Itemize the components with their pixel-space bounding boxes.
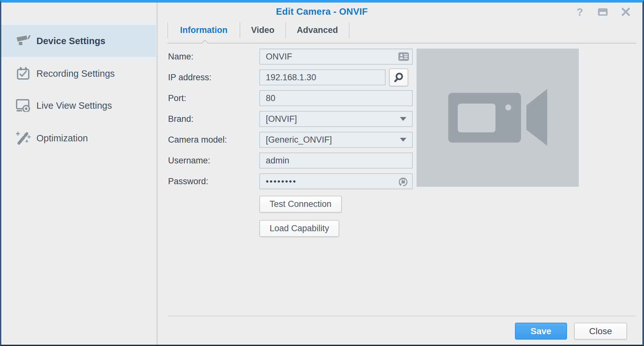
form-row-ip: IP address: [168, 69, 386, 85]
camera-model-value: [Generic_ONVIF] [266, 135, 332, 145]
tab-advanced[interactable]: Advanced [286, 22, 349, 38]
camera-preview [417, 49, 579, 187]
camera-model-dropdown[interactable]: [Generic_ONVIF] [259, 132, 413, 148]
restore-icon [598, 8, 608, 16]
tab-video[interactable]: Video [240, 22, 285, 38]
sidebar-item-label: Device Settings [36, 36, 105, 46]
save-button[interactable]: Save [515, 323, 567, 340]
test-connection-button[interactable]: Test Connection [259, 196, 342, 213]
chevron-down-icon [400, 117, 406, 121]
sidebar-item-label: Live View Settings [36, 100, 112, 111]
help-icon: ? [577, 7, 583, 17]
tab-bar: Information Video Advanced [167, 22, 349, 38]
close-icon [621, 7, 630, 16]
close-dialog-button[interactable]: Close [574, 323, 627, 340]
footer-divider [167, 315, 636, 317]
security-camera-icon [16, 35, 31, 47]
load-capability-button[interactable]: Load Capability [259, 220, 339, 237]
camera-model-label: Camera model: [168, 135, 259, 145]
help-button[interactable]: ? [575, 7, 585, 17]
form-row-model: Camera model: [Generic_ONVIF] [168, 132, 413, 148]
password-label: Password: [168, 177, 259, 186]
name-input[interactable] [260, 49, 412, 64]
tab-underline [167, 43, 636, 43]
calendar-check-icon [16, 67, 31, 80]
ip-field [259, 69, 386, 85]
magic-wand-icon [16, 131, 31, 145]
name-field [259, 49, 413, 65]
ip-label: IP address: [168, 73, 259, 83]
ip-input[interactable] [260, 70, 385, 85]
search-icon [394, 72, 404, 83]
live-view-icon [16, 99, 31, 112]
port-input[interactable] [260, 91, 412, 106]
edit-camera-dialog: Edit Camera - ONVIF ? [0, 0, 644, 346]
password-input[interactable] [260, 174, 412, 189]
port-field [259, 90, 413, 106]
form-row-username: Username: [168, 153, 413, 169]
brand-label: Brand: [168, 114, 259, 124]
form-row-password: Password: [168, 173, 413, 189]
username-field [259, 153, 413, 169]
password-field [259, 173, 413, 189]
username-input[interactable] [260, 153, 412, 168]
video-camera-icon [448, 89, 547, 146]
sidebar-item-recording-settings[interactable]: Recording Settings [1, 58, 156, 90]
active-tab-notch [202, 40, 208, 46]
form-row-name: Name: [168, 49, 413, 65]
sidebar-item-label: Optimization [36, 133, 88, 144]
username-label: Username: [168, 156, 259, 166]
brand-value: [ONVIF] [266, 114, 297, 124]
name-label: Name: [168, 52, 259, 62]
form-row-brand: Brand: [ONVIF] [168, 111, 413, 127]
chevron-down-icon [400, 138, 406, 142]
tab-information[interactable]: Information [168, 22, 240, 38]
sidebar: Device Settings Recording Settings [1, 3, 156, 345]
close-button[interactable] [621, 7, 631, 17]
brand-dropdown[interactable]: [ONVIF] [259, 111, 413, 127]
sidebar-item-live-view-settings[interactable]: Live View Settings [1, 90, 156, 122]
search-ip-button[interactable] [389, 68, 408, 86]
sidebar-item-label: Recording Settings [36, 68, 115, 79]
sidebar-divider [156, 3, 158, 345]
contact-card-icon [398, 52, 409, 61]
lock-refresh-icon [397, 176, 409, 187]
port-label: Port: [168, 93, 259, 103]
form-row-port: Port: [168, 90, 413, 106]
window-controls: ? [575, 7, 631, 17]
sidebar-item-optimization[interactable]: Optimization [1, 122, 156, 154]
sidebar-item-device-settings[interactable]: Device Settings [1, 25, 156, 57]
restore-button[interactable] [598, 7, 608, 17]
